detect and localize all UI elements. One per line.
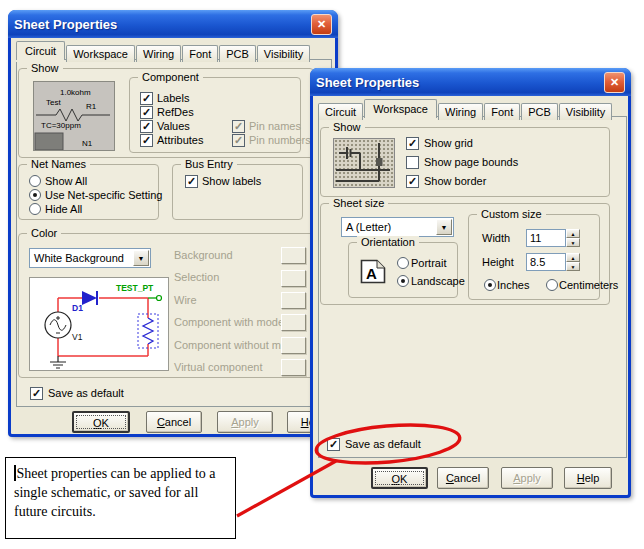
tab-visibility[interactable]: Visibility: [257, 45, 311, 62]
cancel-button[interactable]: Cancel: [437, 467, 489, 489]
svg-text:Test: Test: [46, 98, 61, 107]
ok-button[interactable]: OK: [72, 411, 130, 433]
values-checkbox[interactable]: [140, 120, 153, 133]
apply-button[interactable]: Apply: [217, 411, 273, 433]
show-grid-label: Show grid: [424, 137, 473, 149]
labels-checkbox[interactable]: [140, 92, 153, 105]
tab-pcb[interactable]: PCB: [219, 45, 256, 62]
text-cursor: [14, 465, 16, 481]
close-icon[interactable]: ✕: [604, 72, 625, 93]
sheet-size-caption: Sheet size: [329, 197, 388, 209]
tab-workspace[interactable]: Workspace: [364, 99, 437, 118]
show-border-checkbox[interactable]: [406, 175, 419, 188]
show-grid-checkbox[interactable]: [406, 137, 419, 150]
show-group-caption: Show: [27, 62, 63, 74]
refdes-checkbox[interactable]: [140, 106, 153, 119]
wire-color-button[interactable]: [281, 292, 306, 309]
show-all-radio-label: Show All: [45, 175, 87, 187]
show-labels-checkbox-label: Show labels: [202, 175, 261, 187]
net-names-group: Net Names Show All Use Net-specific Sett…: [18, 164, 159, 220]
custom-size-group: Custom size Width 11 ▲▼ Height 8.5 ▲▼ In…: [468, 214, 600, 300]
hide-all-radio[interactable]: [29, 203, 41, 215]
component-with-model-color-button[interactable]: [281, 314, 306, 331]
grid-preview-image: [333, 138, 395, 188]
wire-color-label: Wire: [174, 294, 197, 306]
chevron-down-icon[interactable]: ▼: [436, 219, 452, 235]
refdes-checkbox-label: RefDes: [157, 106, 194, 118]
values-checkbox-label: Values: [157, 120, 190, 132]
circuit-preview-image: TEST_PT D1 V1: [29, 277, 169, 371]
color-scheme-value: White Background: [34, 252, 124, 264]
labels-checkbox-label: Labels: [157, 92, 189, 104]
pin-numbers-checkbox-label: Pin numbers: [249, 134, 311, 146]
component-with-model-color-label: Component with model: [174, 316, 287, 328]
apply-button[interactable]: Apply: [501, 467, 553, 489]
landscape-radio-label: Landscape: [411, 275, 465, 287]
chevron-down-icon[interactable]: ▼: [133, 250, 149, 266]
background-color-button[interactable]: [281, 247, 306, 264]
cancel-button[interactable]: Cancel: [146, 411, 202, 433]
ok-button[interactable]: OK: [371, 467, 428, 489]
sheet-properties-dialog-circuit: Sheet Properties ✕ Circuit Workspace Wir…: [8, 10, 338, 437]
dialog-title: Sheet Properties: [14, 17, 117, 32]
custom-size-caption: Custom size: [477, 208, 546, 220]
help-button[interactable]: Help: [564, 467, 612, 489]
title-bar[interactable]: Sheet Properties ✕: [310, 68, 631, 96]
spin-up-icon: ▲: [566, 253, 580, 262]
net-specific-radio[interactable]: [29, 189, 41, 201]
tab-wiring[interactable]: Wiring: [136, 45, 181, 62]
tab-workspace[interactable]: Workspace: [66, 45, 135, 62]
pin-numbers-checkbox[interactable]: [232, 134, 245, 147]
show-all-radio[interactable]: [29, 175, 41, 187]
virtual-component-color-button[interactable]: [281, 359, 306, 376]
annotation-text: Sheet properties can be applied to a sin…: [14, 466, 216, 519]
background-color-label: Background: [174, 249, 233, 261]
attributes-checkbox[interactable]: [140, 134, 153, 147]
tab-font[interactable]: Font: [182, 45, 218, 62]
save-as-default-label: Save as default: [48, 387, 124, 399]
tab-strip: Circuit Workspace Wiring Font PCB Visibi…: [16, 40, 311, 60]
orientation-group: Orientation A Portrait Landscape: [348, 242, 458, 298]
inches-radio-label: Inches: [497, 279, 529, 291]
close-icon[interactable]: ✕: [311, 14, 332, 35]
width-field[interactable]: 11: [526, 229, 566, 247]
inches-radio[interactable]: [484, 279, 496, 291]
centimeters-radio[interactable]: [546, 279, 558, 291]
tab-font[interactable]: Font: [484, 103, 520, 120]
show-labels-checkbox[interactable]: [185, 175, 198, 188]
show-page-bounds-checkbox[interactable]: [406, 156, 419, 169]
attributes-checkbox-label: Attributes: [157, 134, 203, 146]
component-without-model-color-button[interactable]: [281, 337, 306, 354]
virtual-component-color-label: Virtual component: [174, 361, 262, 373]
title-bar[interactable]: Sheet Properties ✕: [8, 10, 338, 38]
save-as-default-label: Save as default: [345, 438, 421, 450]
sheet-size-value: A (Letter): [346, 221, 391, 233]
selection-color-label: Selection: [174, 271, 219, 283]
color-group: Color White Background ▼ TEST_PT D1: [18, 233, 314, 378]
show-page-bounds-label: Show page bounds: [424, 156, 518, 168]
width-stepper[interactable]: ▲▼: [566, 229, 580, 247]
component-group: Component Labels RefDes Values Attribute…: [129, 77, 301, 153]
tab-circuit[interactable]: Circuit: [318, 103, 363, 120]
tab-visibility[interactable]: Visibility: [559, 103, 613, 120]
tab-pcb[interactable]: PCB: [521, 103, 558, 120]
pin-names-checkbox[interactable]: [232, 120, 245, 133]
save-as-default-checkbox[interactable]: [327, 438, 340, 451]
svg-text:1.0kohm: 1.0kohm: [60, 88, 91, 97]
portrait-radio[interactable]: [397, 257, 409, 269]
tab-wiring[interactable]: Wiring: [438, 103, 483, 120]
save-as-default-checkbox[interactable]: [30, 387, 43, 400]
show-group: Show Show grid Show page bounds Show bor…: [320, 127, 610, 197]
selection-color-button[interactable]: [281, 270, 306, 287]
height-field[interactable]: 8.5: [526, 253, 566, 271]
component-group-caption: Component: [138, 71, 203, 83]
landscape-radio[interactable]: [397, 275, 409, 287]
show-group: Show 1.0kohm Test R1 TC=30ppm N1 Compone…: [18, 68, 314, 158]
tab-circuit[interactable]: Circuit: [16, 41, 65, 60]
color-scheme-select[interactable]: White Background ▼: [29, 248, 151, 268]
sheet-size-select[interactable]: A (Letter) ▼: [341, 217, 454, 237]
color-group-caption: Color: [27, 227, 61, 239]
height-stepper[interactable]: ▲▼: [566, 253, 580, 271]
dialog-title: Sheet Properties: [316, 75, 419, 90]
svg-text:D1: D1: [72, 303, 83, 313]
